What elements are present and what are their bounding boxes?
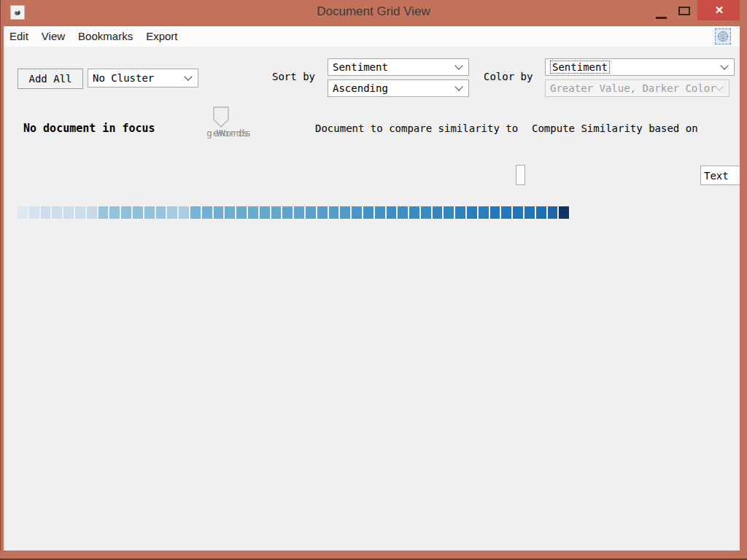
document-square[interactable] (236, 206, 247, 219)
document-square[interactable] (433, 206, 443, 219)
content-area: Add All No Cluster geWords Words Sort by… (3, 47, 740, 551)
maximize-icon (678, 7, 690, 15)
document-square[interactable] (260, 206, 270, 219)
document-square[interactable] (525, 206, 535, 219)
words-overlay-label: geWords Words (205, 128, 285, 141)
document-square[interactable] (133, 206, 143, 219)
compare-document-input[interactable] (516, 165, 525, 185)
similarity-basis-select[interactable]: Text (700, 166, 743, 185)
document-square[interactable] (375, 206, 385, 219)
app-icon (10, 5, 25, 20)
document-square[interactable] (352, 206, 362, 219)
sort-field-select[interactable]: Sentiment (328, 58, 469, 76)
menu-bookmarks[interactable]: Bookmarks (71, 26, 139, 47)
sort-field-value: Sentiment (333, 61, 388, 73)
document-square[interactable] (387, 206, 397, 219)
words-front-text: Words (217, 128, 249, 139)
document-square[interactable] (536, 206, 546, 219)
chevron-down-icon (184, 72, 192, 80)
document-square[interactable] (214, 206, 224, 219)
document-square[interactable] (52, 206, 62, 219)
title-bar: Document Grid View ✕ (0, 0, 747, 26)
chevron-down-icon (454, 61, 462, 69)
focus-status-label: No document in focus (23, 122, 155, 135)
document-square[interactable] (501, 206, 511, 219)
similarity-basis-label: Compute Similarity based on (532, 122, 698, 134)
document-square[interactable] (179, 206, 189, 219)
document-square[interactable] (340, 206, 350, 219)
sort-by-label: Sort by (272, 71, 315, 82)
sort-order-select[interactable]: Ascending (328, 79, 469, 97)
app-icon-glyph (12, 7, 23, 18)
document-square[interactable] (75, 206, 85, 219)
document-square[interactable] (121, 206, 131, 219)
minimize-button[interactable] (651, 6, 670, 19)
document-square[interactable] (225, 206, 235, 219)
document-square[interactable] (144, 206, 155, 219)
document-square[interactable] (398, 206, 408, 219)
document-square[interactable] (18, 206, 28, 219)
document-square[interactable] (490, 206, 500, 219)
document-square[interactable] (98, 206, 109, 219)
chevron-down-icon (720, 61, 728, 69)
document-square[interactable] (444, 206, 454, 219)
document-square[interactable] (559, 206, 569, 219)
document-square[interactable] (282, 206, 293, 219)
document-square[interactable] (167, 206, 177, 219)
chevron-down-icon (454, 82, 462, 90)
document-square[interactable] (87, 206, 97, 219)
document-square[interactable] (455, 206, 465, 219)
window-border-right (740, 0, 747, 560)
cluster-select-value: No Cluster (93, 72, 154, 84)
tag-down-glyph (212, 106, 230, 128)
maximize-button[interactable] (675, 6, 694, 19)
document-square[interactable] (63, 206, 74, 219)
globe-glyph (717, 31, 729, 42)
window-border-left (0, 0, 4, 560)
close-button[interactable]: ✕ (697, 0, 741, 20)
document-square[interactable] (409, 206, 419, 219)
color-field-select[interactable]: Sentiment (545, 58, 735, 76)
sort-order-value: Ascending (333, 82, 388, 94)
document-square[interactable] (156, 206, 166, 219)
color-mode-value: Greater Value, Darker Color (550, 82, 716, 94)
menu-bar: Edit View Bookmarks Export (3, 26, 740, 47)
document-square[interactable] (306, 206, 316, 219)
add-all-button[interactable]: Add All (18, 69, 83, 89)
color-field-value: Sentiment (550, 61, 610, 74)
menu-export[interactable]: Export (139, 26, 184, 47)
document-square[interactable] (317, 206, 328, 219)
document-square[interactable] (190, 206, 201, 219)
window-title: Document Grid View (0, 0, 747, 23)
document-square[interactable] (363, 206, 374, 219)
document-square[interactable] (248, 206, 258, 219)
document-square[interactable] (548, 206, 558, 219)
document-square[interactable] (294, 206, 304, 219)
globe-icon[interactable] (715, 28, 731, 44)
cluster-select[interactable]: No Cluster (88, 69, 198, 88)
compare-similarity-label: Document to compare similarity to (315, 122, 518, 134)
color-mode-select: Greater Value, Darker Color (545, 79, 729, 97)
chevron-down-icon (715, 82, 723, 90)
minimize-icon (656, 17, 667, 19)
document-square[interactable] (109, 206, 120, 219)
window-border-bottom (0, 551, 747, 560)
document-square[interactable] (421, 206, 431, 219)
menu-edit[interactable]: Edit (3, 26, 35, 47)
document-square[interactable] (202, 206, 212, 219)
document-square[interactable] (479, 206, 489, 219)
tag-down-icon[interactable] (212, 106, 230, 128)
document-square[interactable] (41, 206, 51, 219)
color-by-label: Color by (484, 71, 533, 82)
similarity-basis-value: Text (704, 170, 729, 182)
document-square[interactable] (467, 206, 477, 219)
document-square[interactable] (513, 206, 523, 219)
document-square[interactable] (271, 206, 282, 219)
document-square[interactable] (329, 206, 339, 219)
document-grid (18, 206, 569, 219)
document-square[interactable] (29, 206, 39, 219)
menu-view[interactable]: View (35, 26, 71, 47)
